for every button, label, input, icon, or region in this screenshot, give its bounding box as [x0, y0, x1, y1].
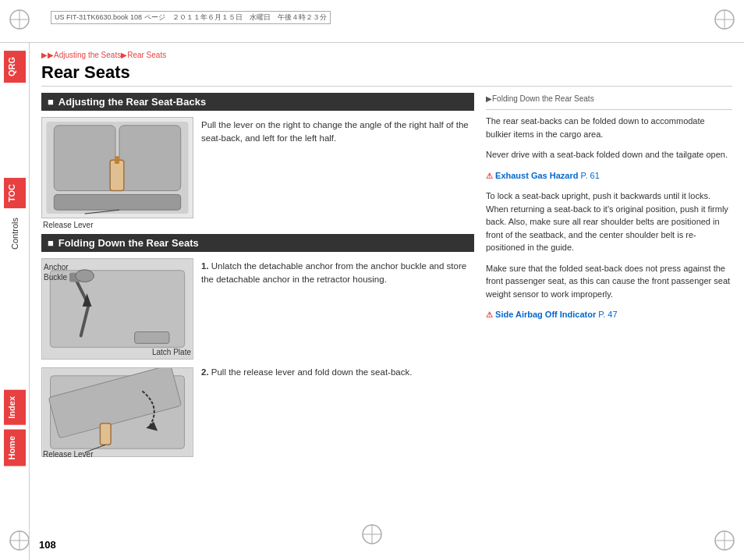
- link1-prefix: ⚠: [486, 172, 493, 180]
- latch-plate-label: Latch Plate: [152, 348, 191, 356]
- left-column: Adjusting the Rear Seat-Backs: [41, 93, 474, 462]
- step1-row: AnchorBuckle Latch Plate 1. Unlatch the …: [41, 258, 474, 360]
- step2-row: Release Lever 2. Pull the release lever …: [41, 364, 474, 457]
- right-fold-title: ▶Folding Down the Rear Seats: [486, 93, 732, 105]
- svg-rect-13: [54, 126, 115, 191]
- tab-toc[interactable]: TOC: [4, 178, 26, 208]
- section1-text: Pull the lever on the right to change th…: [201, 117, 474, 218]
- right-para1: The rear seat-backs can be folded down t…: [486, 115, 732, 140]
- section2-header: Folding Down the Rear Seats: [41, 234, 474, 252]
- fold-image: [41, 367, 193, 457]
- fold-svg: [42, 368, 193, 456]
- svg-point-24: [76, 270, 94, 282]
- svg-rect-29: [100, 424, 111, 445]
- svg-rect-15: [54, 194, 180, 210]
- page-title: Rear Seats: [41, 62, 732, 87]
- link2-page: P. 47: [598, 310, 617, 319]
- tab-index[interactable]: Index: [4, 390, 26, 425]
- section2-title: Folding Down the Rear Seats: [58, 237, 199, 249]
- seat-back-image-container: Release Lever: [41, 117, 193, 218]
- svg-rect-14: [119, 126, 181, 191]
- svg-rect-17: [115, 156, 119, 164]
- step2-text: 2. Pull the release lever and fold down …: [201, 364, 474, 457]
- step2-description: Pull the release lever and fold down the…: [211, 367, 413, 377]
- tab-home[interactable]: Home: [4, 430, 26, 466]
- step1-number: 1.: [201, 261, 209, 271]
- breadcrumb-text: ▶▶Adjusting the Seats▶Rear Seats: [41, 51, 166, 59]
- main-content: ▶▶Adjusting the Seats▶Rear Seats Rear Se…: [30, 43, 744, 560]
- content-columns: Adjusting the Rear Seat-Backs: [41, 93, 732, 462]
- step1-description: Unlatch the detachable anchor from the a…: [201, 261, 466, 284]
- section1-description: Pull the lever on the right to change th…: [201, 120, 469, 143]
- header-bar: US FIT-31TK6630.book 108 ページ ２０１１年６月１５日 …: [0, 0, 744, 43]
- svg-rect-23: [135, 332, 169, 344]
- section1-title: Adjusting the Rear Seat-Backs: [58, 96, 206, 108]
- seat-back-image: [41, 117, 193, 218]
- link1-page: P. 61: [581, 171, 600, 180]
- tab-controls-label: Controls: [10, 218, 19, 250]
- right-para4: Make sure that the folded seat-back does…: [486, 262, 732, 301]
- svg-rect-16: [110, 160, 124, 190]
- section1-header: Adjusting the Rear Seat-Backs: [41, 93, 474, 111]
- right-column: ▶Folding Down the Rear Seats The rear se…: [486, 93, 732, 462]
- step2-number: 2.: [201, 367, 209, 377]
- bottom-center-decoration: [360, 523, 384, 548]
- fold-image-container: Release Lever: [41, 364, 193, 457]
- section2-wrapper: Folding Down the Rear Seats: [41, 234, 474, 457]
- step1-text: 1. Unlatch the detachable anchor from th…: [201, 258, 474, 360]
- anchor-buckle-label: AnchorBuckle: [44, 262, 69, 282]
- link2-text[interactable]: Side Airbag Off Indicator: [495, 310, 596, 319]
- right-para2: Never drive with a seat-back folded down…: [486, 148, 732, 161]
- file-info: US FIT-31TK6630.book 108 ページ ２０１１年６月１５日 …: [51, 11, 331, 24]
- breadcrumb: ▶▶Adjusting the Seats▶Rear Seats: [41, 51, 732, 59]
- right-divider1: [486, 109, 732, 110]
- release-lever-label1: Release Lever: [43, 221, 93, 229]
- section1-content: Release Lever Pull the lever on the righ…: [41, 117, 474, 218]
- right-para3: To lock a seat-back upright, push it bac…: [486, 190, 732, 254]
- link2-prefix: ⚠: [486, 310, 493, 319]
- right-link2: ⚠ Side Airbag Off Indicator P. 47: [486, 308, 732, 321]
- release-lever-label2: Release Lever: [43, 450, 93, 459]
- right-link1: ⚠ Exhaust Gas Hazard P. 61: [486, 169, 732, 183]
- page-number: 108: [39, 539, 56, 551]
- sidebar: QRG TOC Controls Index Home: [0, 43, 30, 560]
- anchor-image-container: AnchorBuckle Latch Plate: [41, 258, 193, 360]
- link1-text[interactable]: Exhaust Gas Hazard: [495, 171, 578, 180]
- seat-back-svg: [42, 118, 193, 218]
- tab-qrg[interactable]: QRG: [4, 51, 26, 83]
